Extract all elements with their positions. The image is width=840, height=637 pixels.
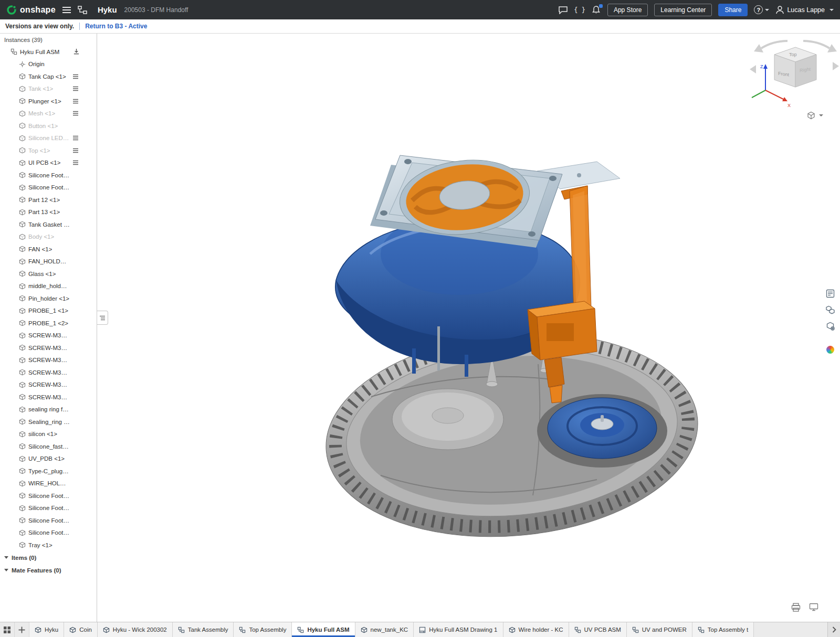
instance-row[interactable]: Body <1> (0, 231, 97, 243)
mate-features-group-row[interactable]: Mate Features (0) (0, 564, 97, 577)
instance-row[interactable]: Silicone Foot 2 <1> (0, 182, 97, 194)
document-tab[interactable]: UV PCB ASM (569, 622, 627, 637)
help-menu[interactable]: ? (754, 5, 769, 14)
instance-row[interactable]: SCREW-M3_2 <3> (0, 354, 97, 367)
instance-row[interactable]: Silicone Foot 1 <2> (0, 490, 97, 502)
print-icon[interactable] (791, 602, 801, 612)
app-store-button[interactable]: App Store (607, 4, 648, 16)
document-tab[interactable]: Top Assembly (234, 622, 292, 637)
instance-row[interactable]: Silicone Foot 2 <3> (0, 527, 97, 539)
instance-row[interactable]: sealing ring for pin <1> (0, 404, 97, 416)
configuration-panel-icon[interactable] (823, 286, 837, 300)
download-icon[interactable] (73, 48, 80, 55)
fit-view-icon[interactable] (808, 602, 819, 612)
instance-row[interactable]: Origin (0, 58, 97, 71)
document-tab[interactable]: Hyku (29, 622, 64, 637)
model-viewport[interactable]: Top Front Right Z X (97, 34, 840, 622)
instance-row[interactable]: silicon <1> (0, 428, 97, 441)
instance-row[interactable]: SCREW-M3_2 <2> (0, 342, 97, 354)
part-icon (19, 344, 26, 351)
learning-center-button[interactable]: Learning Center (654, 4, 712, 16)
instance-row[interactable]: PROBE_1 <2> (0, 317, 97, 330)
instance-row[interactable]: Mesh <1> (0, 108, 97, 120)
featurescript-icon[interactable]: { } (574, 6, 585, 14)
instance-row[interactable]: Silicone LED Pl... (0, 132, 97, 145)
part-icon (19, 246, 26, 252)
instance-row[interactable]: SCREW-M3_2 <4> (0, 366, 97, 379)
tab-strip: Hyku Coin Hyku - Wic (29, 622, 840, 637)
items-group-row[interactable]: Items (0) (0, 551, 97, 564)
instance-row[interactable]: Part 12 <1> (0, 194, 97, 206)
instance-row[interactable]: Type-C_plug <1> (0, 465, 97, 477)
instance-row[interactable]: Tank Cap <1> (0, 70, 97, 83)
instance-row[interactable]: Button <1> (0, 120, 97, 132)
appearance-panel-icon[interactable] (823, 343, 837, 356)
instance-menu-icon[interactable] (72, 73, 79, 80)
instance-row[interactable]: Pin_holder <1> (0, 292, 97, 305)
assembly-root-row[interactable]: Hyku Full ASM (0, 46, 97, 58)
document-tab[interactable]: Coin (64, 622, 98, 637)
instance-row[interactable]: SCREW-M3_2 <5> (0, 379, 97, 391)
instance-menu-icon[interactable] (72, 135, 79, 141)
parts-list-panel-icon[interactable] (823, 303, 837, 316)
instance-row[interactable]: FAN <1> (0, 243, 97, 256)
instance-row[interactable]: Silicone Foot 4 <3> (0, 502, 97, 515)
assembly-3d-view[interactable] (97, 34, 840, 622)
return-to-active-link[interactable]: Return to B3 - Active (85, 23, 147, 30)
onshape-logo[interactable]: onshape (6, 5, 56, 15)
panel-collapse-handle[interactable] (97, 311, 108, 325)
instance-menu-icon[interactable] (72, 110, 79, 116)
document-tab[interactable]: UV and POWER (627, 622, 692, 637)
view-cube-top-label[interactable]: Top (789, 52, 797, 57)
instance-row[interactable]: SCREW-M3_3 <1> (0, 391, 97, 404)
instance-row[interactable]: SCREW-M3_2 <1> (0, 330, 97, 342)
document-tab[interactable]: Tank Assembly (173, 622, 234, 637)
part-icon (19, 73, 26, 80)
share-button[interactable]: Share (718, 4, 748, 16)
notifications-bell-icon[interactable] (592, 5, 601, 15)
instance-row[interactable]: Part 13 <1> (0, 206, 97, 219)
document-tab[interactable]: Top Assembly t (692, 622, 754, 637)
instance-row[interactable]: UV_PDB <1> (0, 453, 97, 465)
new-tab-button[interactable] (15, 622, 29, 637)
document-tab[interactable]: Hyku - Wick 200302 (98, 622, 173, 637)
instance-row[interactable]: Sealing_ring <1> (0, 416, 97, 428)
tab-manager-icon[interactable] (0, 622, 15, 637)
comment-icon[interactable] (558, 5, 568, 15)
instance-menu-icon[interactable] (72, 98, 79, 104)
instance-row[interactable]: Plunger <1> (0, 95, 97, 108)
instance-row[interactable]: Glass <1> (0, 268, 97, 280)
bom-panel-icon[interactable] (823, 319, 837, 333)
tab-overflow-chevron[interactable] (827, 622, 840, 637)
part-icon (19, 295, 26, 302)
instance-row[interactable]: Top <1> (0, 144, 97, 157)
part-studio-tab-icon (35, 627, 41, 633)
instance-row[interactable]: UI PCB <1> (0, 157, 97, 169)
instance-row[interactable]: WIRE_HOLDER <1> (0, 477, 97, 490)
hamburger-menu-icon[interactable] (62, 5, 71, 15)
instance-label: Sealing_ring <1> (28, 419, 70, 425)
x-axis-label: X (788, 103, 791, 108)
instance-row[interactable]: Tank <1> (0, 83, 97, 95)
brand-name: onshape (20, 5, 56, 15)
document-tab[interactable]: Hyku Full ASM (292, 622, 355, 637)
view-cube[interactable]: Top Front Right Z X (746, 39, 840, 128)
instance-row[interactable]: Silicone Foot 4 <1> (0, 169, 97, 182)
instance-row[interactable]: Tray <1> (0, 539, 97, 551)
instance-row[interactable]: Silicone Foot 3 <2> (0, 514, 97, 527)
versions-tree-icon[interactable] (78, 5, 87, 15)
document-tab[interactable]: new_tank_KC (355, 622, 414, 637)
document-tab[interactable]: Wire holder - KC (503, 622, 569, 637)
instance-row[interactable]: Silicone_fastener <1> (0, 440, 97, 453)
part-icon (19, 110, 26, 117)
instance-row[interactable]: FAN_HOLDER <1> (0, 256, 97, 268)
instance-row[interactable]: PROBE_1 <1> (0, 305, 97, 317)
view-options-menu[interactable] (807, 111, 823, 120)
user-menu[interactable]: Lucas Lappe (775, 5, 834, 14)
instance-row[interactable]: Tank Gasket <1> (0, 218, 97, 231)
instance-row[interactable]: middle_holder <1> (0, 280, 97, 293)
instance-menu-icon[interactable] (72, 160, 79, 166)
instance-menu-icon[interactable] (72, 86, 79, 92)
document-tab[interactable]: Hyku Full ASM Drawing 1 (414, 622, 503, 637)
instance-menu-icon[interactable] (72, 147, 79, 154)
